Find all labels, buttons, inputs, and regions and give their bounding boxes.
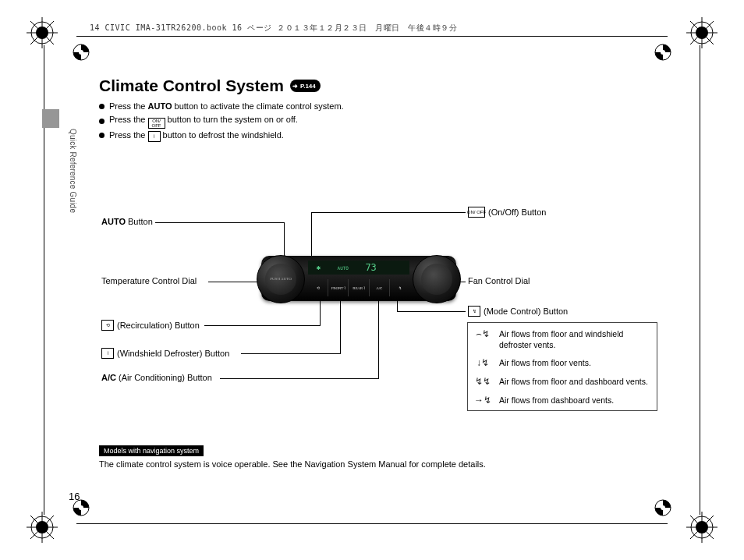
leader-line xyxy=(340,295,341,354)
front-defrost-button: FRONT ⌇ xyxy=(328,279,348,296)
button-row: ⟲ FRONT ⌇ REAR ⌇ A/C ↯ xyxy=(308,279,409,296)
airflow-row: →↯Air flows from dashboard vents. xyxy=(474,395,650,406)
registration-segment-icon xyxy=(652,41,674,63)
registration-segment-icon xyxy=(70,41,92,63)
registration-mark-icon xyxy=(27,512,58,543)
onoff-icon: ON/ OFF xyxy=(468,207,485,218)
crop-line-bottom xyxy=(76,523,668,524)
defrost-icon: ⌇ xyxy=(101,348,114,359)
defrost-icon: ⌇ xyxy=(148,131,161,142)
registration-mark-icon xyxy=(27,17,58,48)
airflow-row: ↓↯Air flows from floor vents. xyxy=(474,358,650,369)
airflow-legend: ⌢↯Air flows from floor and windshield de… xyxy=(467,322,657,411)
label-fan-dial: Fan Control Dial xyxy=(468,276,530,285)
bullet-list: Press the AUTO button to activate the cl… xyxy=(99,100,661,142)
models-pill: Models with navigation system xyxy=(99,445,204,456)
leader-line xyxy=(378,295,379,379)
page: 14 CIVIC IMA-31TR26200.book 16 ページ ２０１３年… xyxy=(0,0,744,560)
label-defrost-button: ⌇ (Windshield Defroster) Button xyxy=(101,348,229,359)
label-onoff-button: ON/ OFF (On/Off) Button xyxy=(468,207,546,218)
ac-button: A/C xyxy=(369,279,389,296)
footnote-text: The climate control system is voice oper… xyxy=(99,459,661,469)
svg-point-9 xyxy=(79,50,83,55)
label-mode-button: ↯ (Mode Control) Button xyxy=(468,306,568,317)
bullet-icon xyxy=(99,133,105,138)
svg-point-11 xyxy=(661,50,665,55)
registration-segment-icon xyxy=(652,497,674,519)
crop-line-top xyxy=(76,36,668,37)
content: Climate Control System P.144 Press the A… xyxy=(99,76,661,142)
bullet-icon xyxy=(99,104,105,109)
bullet-icon xyxy=(99,119,105,124)
airflow-floor-defrost-icon: ⌢↯ xyxy=(474,329,491,338)
leader-line xyxy=(311,212,312,261)
airflow-row: ↯↯Air flows from floor and dashboard ven… xyxy=(474,377,650,388)
sidebar-tab xyxy=(42,109,59,128)
book-info: 14 CIVIC IMA-31TR26200.book 16 ページ ２０１３年… xyxy=(90,23,457,34)
registration-mark-icon xyxy=(686,17,717,48)
airflow-floor-dash-icon: ↯↯ xyxy=(474,377,491,386)
leader-line xyxy=(155,222,284,223)
onoff-icon: ON/ OFF xyxy=(148,118,165,129)
bullet-item: Press the ⌇ button to defrost the windsh… xyxy=(99,129,661,142)
bullet-item: Press the AUTO button to activate the cl… xyxy=(99,100,661,113)
label-ac-button: A/C (Air Conditioning) Button xyxy=(101,373,212,382)
auto-indicator: AUTO xyxy=(338,265,349,271)
leader-line xyxy=(241,353,340,354)
leader-line xyxy=(204,325,320,326)
label-auto-button: AUTO Button xyxy=(101,217,153,226)
sidebar-guide-label: Quick Reference Guide xyxy=(69,129,77,213)
airflow-row: ⌢↯Air flows from floor and windshield de… xyxy=(474,329,650,350)
climate-display: ✱ AUTO 73 xyxy=(308,261,409,275)
temperature-dial: PUSH AUTO xyxy=(257,255,305,303)
bullet-item: Press the ON/ OFF button to turn the sys… xyxy=(99,113,661,129)
recirc-button: ⟲ xyxy=(308,279,328,296)
leader-line xyxy=(208,282,263,282)
airflow-dash-icon: →↯ xyxy=(474,395,491,405)
fan-dial xyxy=(413,255,461,303)
mode-icon: ↯ xyxy=(468,306,480,317)
footnote: Models with navigation system The climat… xyxy=(99,445,661,469)
rear-defrost-button: REAR ⌇ xyxy=(348,279,368,296)
page-number: 16 xyxy=(69,491,80,502)
label-temp-dial: Temperature Control Dial xyxy=(101,276,197,285)
page-ref-pill: P.144 xyxy=(290,80,321,92)
leader-line xyxy=(220,378,378,379)
snow-icon: ✱ xyxy=(317,264,321,271)
svg-point-15 xyxy=(661,505,665,510)
page-title: Climate Control System xyxy=(99,76,284,95)
svg-point-13 xyxy=(79,505,83,510)
registration-mark-icon xyxy=(686,512,717,543)
leader-line xyxy=(397,311,466,312)
climate-control-unit: PUSH AUTO ✱ AUTO 73 ⟲ FRONT ⌇ REAR ⌇ A/C… xyxy=(261,256,456,301)
label-recirc-button: ⟲ (Recirculation) Button xyxy=(101,320,200,331)
crop-line-right xyxy=(700,45,700,515)
airflow-floor-icon: ↓↯ xyxy=(474,358,491,367)
leader-line xyxy=(311,212,466,213)
mode-button: ↯ xyxy=(389,279,409,296)
temp-readout: 73 xyxy=(365,262,376,273)
recirc-icon: ⟲ xyxy=(101,320,114,331)
